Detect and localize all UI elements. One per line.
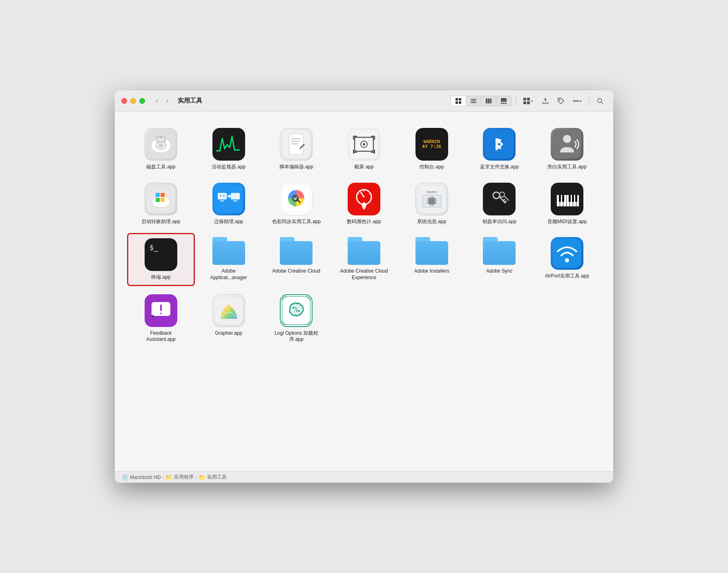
app-item-logi[interactable]: Logi Options 卸载程序.app	[262, 290, 330, 347]
maximize-button[interactable]	[139, 98, 145, 104]
svg-point-45	[363, 143, 365, 145]
migration-icon	[212, 183, 245, 215]
app-item-feedback[interactable]: Feedback Assistant.app	[127, 290, 195, 347]
app-item-colorsync[interactable]: 色彩同步实用工具.app	[262, 179, 330, 229]
audiomidi-icon	[551, 183, 583, 215]
breadcrumb-hd[interactable]: Macintosh HD	[130, 475, 161, 480]
app-item-grapher[interactable]: Grapher.app	[195, 290, 263, 347]
app-item-console[interactable]: WARNIN AY 7:36 控制台.app	[398, 124, 466, 175]
traffic-lights	[121, 98, 145, 104]
svg-rect-2	[456, 101, 458, 104]
script-label: 脚本编辑器.app	[279, 164, 313, 170]
app-item-adobe-app-manager[interactable]: Adobe Applicat...anager	[195, 233, 263, 286]
voiceover-label: 旁白实用工具.app	[547, 164, 586, 170]
svg-rect-5	[471, 101, 476, 101]
app-item-audiomidi[interactable]: 音频MIDI设置.app	[533, 179, 601, 229]
close-button[interactable]	[121, 98, 127, 104]
svg-rect-58	[231, 193, 240, 199]
app-item-disk-util[interactable]: 磁盘工具.app	[127, 124, 195, 175]
bootcamp-label: 启动转换助理.app	[141, 219, 180, 225]
disk-util-icon	[145, 128, 177, 161]
app-item-activity[interactable]: 活动监视器.app	[195, 124, 263, 175]
svg-rect-4	[471, 99, 476, 100]
svg-point-107	[565, 258, 569, 262]
script-icon	[280, 128, 313, 161]
window-title: 实用工具	[178, 97, 202, 105]
svg-rect-14	[523, 98, 526, 101]
svg-rect-104	[572, 195, 574, 202]
breadcrumb-utils-icon: 📁	[199, 474, 205, 481]
feedback-label: Feedback Assistant.app	[136, 330, 185, 343]
grapher-icon	[212, 294, 245, 327]
minimize-button[interactable]	[130, 98, 136, 104]
view-column-button[interactable]	[481, 96, 496, 106]
svg-rect-8	[488, 98, 489, 103]
view-list-button[interactable]	[466, 96, 481, 106]
voiceover-icon	[551, 128, 583, 161]
view-icon-button[interactable]	[451, 96, 466, 106]
svg-point-118	[293, 307, 294, 309]
svg-point-60	[220, 195, 221, 197]
breadcrumb-sep-1: ›	[162, 475, 164, 480]
svg-rect-12	[503, 103, 505, 104]
group-button[interactable]	[520, 96, 536, 106]
airport-icon	[551, 237, 583, 270]
activity-label: 活动监视器.app	[212, 164, 246, 170]
adobe-cc-folder-icon	[280, 237, 313, 265]
adobe-cc-experience-label: Adobe Creative Cloud Experience	[339, 268, 389, 281]
terminal-icon: $_	[145, 238, 177, 271]
app-item-keychain[interactable]: 钥匙串访问.app	[466, 179, 534, 229]
app-item-bluetooth[interactable]: 蓝牙文件交换.app	[466, 124, 534, 175]
more-button[interactable]: •••	[570, 96, 585, 106]
migration-label: 迁移助理.app	[214, 219, 243, 225]
colorsync-icon	[280, 183, 313, 215]
app-item-sysinfo[interactable]: System 系统信息.app	[398, 179, 466, 229]
app-item-adobe-installers[interactable]: Adobe Installers	[398, 233, 466, 286]
app-grid: 磁盘工具.app 活动监视器.app	[127, 124, 601, 347]
svg-rect-86	[485, 185, 514, 213]
tag-button[interactable]	[554, 96, 567, 106]
app-item-adobe-cc-experience[interactable]: Adobe Creative Cloud Experience	[330, 233, 398, 286]
airport-label: AirPort实用工具.app	[545, 273, 589, 280]
svg-rect-74	[429, 198, 435, 204]
app-item-screenshot[interactable]: 截屏.app	[330, 124, 398, 175]
svg-line-20	[601, 102, 603, 104]
breadcrumb-utils[interactable]: 实用工具	[207, 474, 227, 481]
search-button[interactable]	[594, 96, 607, 106]
app-item-script[interactable]: 脚本编辑器.app	[262, 124, 330, 175]
svg-rect-102	[562, 195, 564, 202]
app-item-voiceover[interactable]: 旁白实用工具.app	[533, 124, 601, 175]
svg-rect-1	[459, 98, 461, 101]
app-item-adobe-cc[interactable]: Adobe Creative Cloud	[262, 233, 330, 286]
svg-rect-15	[527, 98, 530, 101]
breadcrumb-sep-2: ›	[195, 475, 197, 480]
logi-icon	[280, 294, 313, 327]
svg-rect-111	[160, 313, 162, 314]
app-item-terminal[interactable]: $_ 终端.app	[127, 233, 195, 286]
back-button[interactable]: ‹	[153, 96, 161, 106]
adobe-cc-label: Adobe Creative Cloud	[272, 268, 320, 275]
screenshot-label: 截屏.app	[354, 164, 373, 170]
svg-rect-7	[486, 98, 487, 103]
breadcrumb-apps[interactable]: 应用程序	[174, 474, 194, 481]
adobe-installers-folder-icon	[415, 237, 448, 265]
content-area[interactable]: 磁盘工具.app 活动监视器.app	[115, 112, 613, 471]
app-item-airport[interactable]: AirPort实用工具.app	[533, 233, 601, 286]
svg-rect-101	[559, 195, 561, 202]
app-item-adobe-sync[interactable]: Adobe Sync	[466, 233, 534, 286]
app-item-digital-color[interactable]: 数码测色计.app	[330, 179, 398, 229]
feedback-icon	[145, 294, 177, 327]
svg-rect-52	[161, 193, 165, 197]
breadcrumb-bar: 💿 Macintosh HD › 📁 应用程序 › 📁 实用工具	[115, 471, 613, 483]
svg-point-19	[598, 98, 602, 103]
colorsync-label: 色彩同步实用工具.app	[272, 219, 321, 225]
svg-point-119	[298, 310, 300, 312]
forward-button[interactable]: ›	[164, 96, 171, 106]
view-gallery-button[interactable]	[496, 96, 511, 106]
grapher-label: Grapher.app	[215, 330, 242, 337]
app-item-migration[interactable]: 迁移助理.app	[195, 179, 263, 229]
terminal-label: 终端.app	[151, 274, 170, 281]
app-item-bootcamp[interactable]: 启动转换助理.app	[127, 179, 195, 229]
share-button[interactable]	[539, 96, 552, 106]
svg-point-24	[159, 144, 163, 147]
